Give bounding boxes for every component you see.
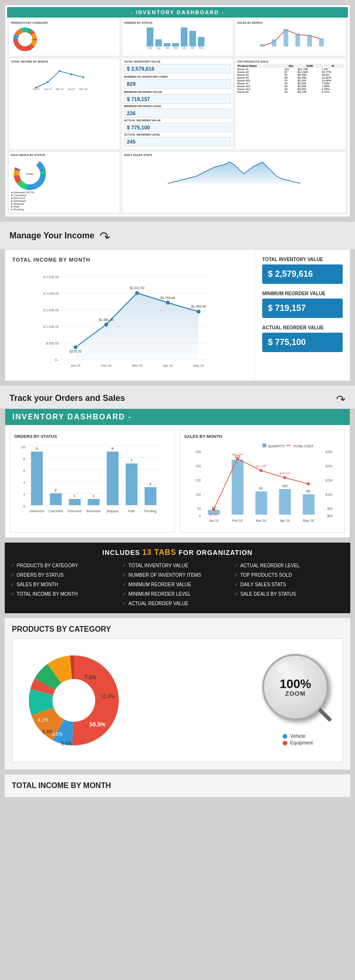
top-products-table: Product Name Qty SUM % Name #1122$21,799… <box>237 64 344 93</box>
svg-rect-14 <box>189 31 196 46</box>
table-row: Name #510$4,1464.07% <box>237 91 344 93</box>
svg-text:9.5%: 9.5% <box>52 732 63 737</box>
svg-text:Feb 24: Feb 24 <box>44 88 52 90</box>
svg-point-30 <box>47 81 49 83</box>
svg-text:Shipped: Shipped <box>106 509 119 513</box>
check-icon-3: ✓ <box>10 581 15 588</box>
total-inventory-label: TOTAL INVENTORY VALUE <box>262 257 343 262</box>
tab-item-8: ✓MINIMUM REORDER LEVEL <box>122 590 232 598</box>
check-icon-8: ✓ <box>122 591 126 597</box>
tab-item-1: ✓PRODUCTS BY CATEGORY <box>10 562 121 570</box>
svg-rect-91 <box>145 487 157 505</box>
svg-text:TOTAL COST: TOTAL COST <box>293 445 314 448</box>
svg-rect-13 <box>181 27 187 46</box>
check-icon-13: ✓ <box>234 591 239 597</box>
svg-rect-26 <box>295 34 300 46</box>
svg-text:$0k: $0k <box>327 514 333 517</box>
svg-text:Del: Del <box>148 46 152 49</box>
includes-title: INCLUDES 13 TABS FOR ORGANIZATION <box>10 548 345 557</box>
tab-item-13: ✓SALE DEALS BY STATUS <box>234 590 345 598</box>
svg-text:3: 3 <box>149 482 151 486</box>
svg-point-60 <box>135 291 139 295</box>
svg-text:Apr 24: Apr 24 <box>280 519 290 523</box>
inventory-value-cell: TOTAL INVENTORY VALUE $ 2,579,616 NUMBER… <box>122 58 233 150</box>
svg-text:$ -: $ - <box>55 358 59 362</box>
svg-text:$17,184: $17,184 <box>256 465 266 468</box>
svg-text:$ 500.00: $ 500.00 <box>46 342 59 345</box>
svg-rect-15 <box>198 37 204 46</box>
zoom-badge-area: 100% ZOOM <box>262 654 333 725</box>
svg-text:$25k: $25k <box>325 450 333 454</box>
legend-item-vehicle: Vehicle <box>283 734 313 739</box>
svg-text:Can: Can <box>156 46 160 49</box>
total-inventory-value: $ 2,579,616 <box>262 264 343 284</box>
svg-text:$10k: $10k <box>325 493 333 496</box>
tab-item-4: ✓TOTAL INCOME BY MONTH <box>10 590 121 598</box>
svg-text:11.9%: 11.9% <box>101 694 115 699</box>
svg-rect-125 <box>279 489 291 515</box>
svg-text:Pai: Pai <box>191 46 194 49</box>
svg-point-135 <box>284 476 286 479</box>
svg-rect-88 <box>88 499 100 505</box>
svg-text:Feb 24: Feb 24 <box>232 519 243 522</box>
svg-text:$5k: $5k <box>327 507 333 510</box>
svg-text:200: 200 <box>195 464 201 468</box>
actual-reorder-value: $ 775,100 <box>262 333 343 352</box>
sales-by-month-cell: SALES BY MONTH <box>235 19 346 56</box>
products-by-category-cell: PRODUCTS BY CATEGORY <box>9 19 120 56</box>
svg-text:$15k: $15k <box>325 479 333 482</box>
svg-text:2: 2 <box>23 492 26 497</box>
tab-item-12: ✓DAILY SALES STATS <box>234 581 345 589</box>
svg-rect-86 <box>50 493 62 505</box>
svg-rect-11 <box>164 43 170 46</box>
income-section: TOTAL INCOME BY MONTH $ 2,500.00 $ 2,000… <box>5 249 350 381</box>
products-section: PRODUCTS BY CATEGORY 7.1% 11.9% 9.5% <box>5 618 350 770</box>
svg-text:Pen: Pen <box>199 46 204 49</box>
tab-item-10: ✓ACTUAL REORDER LEVEL <box>234 562 345 570</box>
total-inventory-stat: TOTAL INVENTORY VALUE $ 2,579,616 <box>262 257 343 284</box>
svg-rect-23 <box>260 44 265 46</box>
legend-item-equipment: Equipment <box>283 740 313 745</box>
donut-legend: Vehicle Equipment <box>283 732 313 747</box>
svg-text:9: 9 <box>111 446 114 451</box>
income-line-chart: $ 2,500.00 $ 2,000.00 $ 1,500.00 $ 1,000… <box>12 267 248 372</box>
svg-text:$2,065: $2,065 <box>209 513 218 516</box>
svg-rect-10 <box>155 39 162 46</box>
svg-text:Ref: Ref <box>174 46 178 49</box>
svg-rect-126 <box>303 494 315 515</box>
total-income-cell: TOTAL INCOME BY MONTH Jan 24 Feb 24 Mar … <box>9 58 120 150</box>
svg-text:Jan 24: Jan 24 <box>209 519 219 522</box>
arrow-right-icon: ↷ <box>336 393 346 406</box>
svg-text:100: 100 <box>282 484 288 488</box>
svg-text:Apr 24: Apr 24 <box>68 88 75 90</box>
svg-text:50: 50 <box>197 507 201 510</box>
svg-text:Returned: Returned <box>68 509 81 513</box>
legend-dot-vehicle <box>283 734 287 739</box>
orders-chart-label: ORDERS BY STATUS <box>14 434 171 439</box>
svg-point-62 <box>197 310 201 314</box>
total-income-title: TOTAL INCOME BY MONTH <box>12 781 343 790</box>
dashboard-header: - INVENTORY DASHBOARD - <box>7 7 348 18</box>
svg-point-31 <box>59 70 61 72</box>
svg-text:May 24: May 24 <box>80 88 88 90</box>
track-section: Track your Orders and Sales ↷ <box>0 386 355 408</box>
daily-sales-cell: DAILY SALES STATS <box>122 151 346 213</box>
svg-text:Feb 24: Feb 24 <box>101 364 112 367</box>
tab-item-empty <box>10 599 121 608</box>
svg-text:80: 80 <box>307 490 311 493</box>
svg-rect-28 <box>319 38 324 46</box>
tab-item-3: ✓SALES BY MONTH <box>10 581 121 589</box>
check-icon-4: ✓ <box>10 591 15 597</box>
svg-point-8 <box>19 34 31 45</box>
check-icon-10: ✓ <box>234 563 239 569</box>
min-reorder-label: MINIMUM REORDER VALUE <box>262 291 343 296</box>
svg-text:Delivered: Delivered <box>30 509 44 513</box>
svg-text:7: 7 <box>130 458 133 463</box>
svg-point-58 <box>74 345 78 349</box>
svg-point-33 <box>82 76 84 78</box>
svg-text:$ 1,500.00: $ 1,500.00 <box>43 309 59 312</box>
products-title: PRODUCTS BY CATEGORY <box>12 625 343 634</box>
svg-text:250: 250 <box>195 450 201 454</box>
svg-point-132 <box>213 508 215 511</box>
check-icon-12: ✓ <box>234 581 239 588</box>
